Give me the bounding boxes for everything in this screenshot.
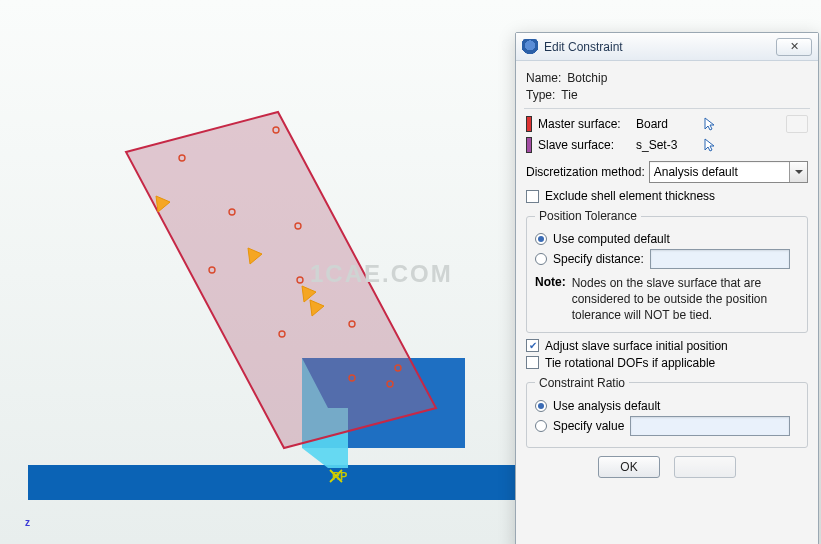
pos-tol-specify-radio[interactable] bbox=[535, 253, 547, 265]
pos-tol-note-text: Nodes on the slave surface that are cons… bbox=[572, 275, 799, 324]
dialog-title: Edit Constraint bbox=[544, 40, 776, 54]
exclude-thickness-checkbox[interactable] bbox=[526, 190, 539, 203]
adjust-slave-checkbox[interactable] bbox=[526, 339, 539, 352]
type-value: Tie bbox=[561, 88, 577, 102]
chevron-down-icon bbox=[789, 162, 807, 182]
discretization-select[interactable]: Analysis default bbox=[649, 161, 808, 183]
discretization-value: Analysis default bbox=[654, 165, 738, 179]
adjust-slave-label: Adjust slave surface initial position bbox=[545, 339, 728, 353]
discretization-label: Discretization method: bbox=[526, 165, 645, 179]
master-surface-label: Master surface: bbox=[538, 117, 636, 131]
ok-button[interactable]: OK bbox=[598, 456, 660, 478]
swap-surfaces-button[interactable] bbox=[786, 115, 808, 133]
name-value: Botchip bbox=[567, 71, 607, 85]
cancel-button[interactable] bbox=[674, 456, 736, 478]
close-icon: ✕ bbox=[790, 40, 799, 53]
slave-surface-label: Slave surface: bbox=[538, 138, 636, 152]
ratio-value-input[interactable] bbox=[630, 416, 790, 436]
separator bbox=[524, 108, 810, 109]
pick-slave-button[interactable] bbox=[702, 137, 718, 153]
cursor-icon bbox=[702, 137, 718, 153]
master-swatch-icon bbox=[526, 116, 532, 132]
cursor-icon bbox=[702, 116, 718, 132]
pick-master-button[interactable] bbox=[702, 116, 718, 132]
rp-label: RP bbox=[332, 470, 347, 482]
constraint-ratio-group: Constraint Ratio Use analysis default Sp… bbox=[526, 376, 808, 448]
position-tolerance-group: Position Tolerance Use computed default … bbox=[526, 209, 808, 333]
pos-tol-specify-label: Specify distance: bbox=[553, 252, 644, 266]
pos-tol-default-radio[interactable] bbox=[535, 233, 547, 245]
exclude-thickness-label: Exclude shell element thickness bbox=[545, 189, 715, 203]
type-label: Type: bbox=[526, 88, 555, 102]
ratio-default-radio[interactable] bbox=[535, 400, 547, 412]
slave-swatch-icon bbox=[526, 137, 532, 153]
tie-rot-label: Tie rotational DOFs if applicable bbox=[545, 356, 715, 370]
ratio-default-label: Use analysis default bbox=[553, 399, 660, 413]
dialog-titlebar[interactable]: Edit Constraint ✕ bbox=[516, 33, 818, 61]
tie-rot-checkbox[interactable] bbox=[526, 356, 539, 369]
ratio-specify-label: Specify value bbox=[553, 419, 624, 433]
pos-tol-note-label: Note: bbox=[535, 275, 566, 324]
ratio-specify-radio[interactable] bbox=[535, 420, 547, 432]
pos-tol-distance-input[interactable] bbox=[650, 249, 790, 269]
constraint-ratio-legend: Constraint Ratio bbox=[535, 376, 629, 390]
close-button[interactable]: ✕ bbox=[776, 38, 812, 56]
pcb-board bbox=[126, 112, 436, 448]
floor-plane bbox=[28, 465, 520, 500]
position-tolerance-legend: Position Tolerance bbox=[535, 209, 641, 223]
app-icon bbox=[522, 39, 538, 55]
ok-button-label: OK bbox=[620, 460, 637, 474]
pos-tol-default-label: Use computed default bbox=[553, 232, 670, 246]
master-surface-value: Board bbox=[636, 117, 696, 131]
axis-z-label: z bbox=[25, 517, 30, 528]
slave-surface-value: s_Set-3 bbox=[636, 138, 696, 152]
edit-constraint-dialog: Edit Constraint ✕ Name: Botchip Type: Ti… bbox=[515, 32, 819, 544]
name-label: Name: bbox=[526, 71, 561, 85]
